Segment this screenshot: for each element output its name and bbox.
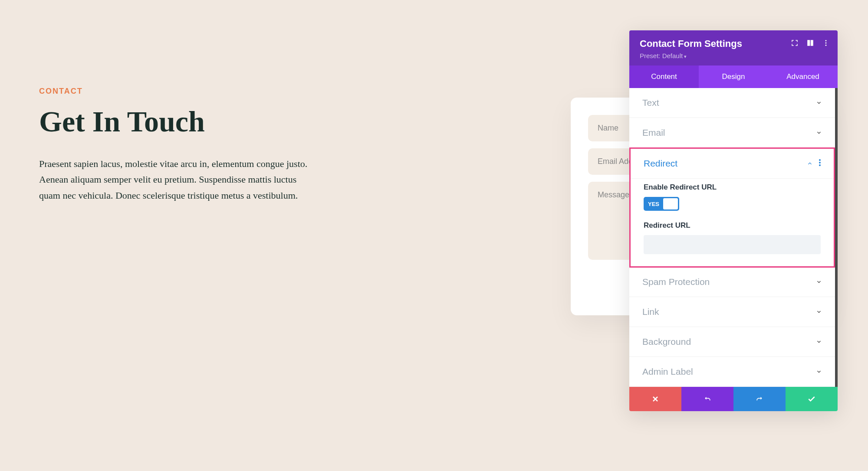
svg-point-5: [819, 159, 821, 161]
tab-advanced[interactable]: Advanced: [768, 65, 838, 88]
enable-redirect-toggle[interactable]: YES: [644, 197, 679, 211]
chevron-down-icon: [816, 309, 822, 315]
section-label-spam: Spam Protection: [642, 277, 710, 287]
svg-rect-1: [811, 40, 813, 46]
section-admin[interactable]: Admin Label: [629, 357, 835, 387]
section-link[interactable]: Link: [629, 297, 835, 327]
chevron-down-icon: [816, 130, 822, 136]
cancel-button[interactable]: [629, 387, 681, 411]
page-heading: Get In Touch: [39, 105, 549, 139]
undo-button[interactable]: [681, 387, 733, 411]
section-text[interactable]: Text: [629, 88, 835, 118]
svg-point-2: [825, 40, 827, 41]
section-label-redirect: Redirect: [644, 158, 677, 169]
svg-point-7: [819, 164, 821, 166]
section-label-email: Email: [642, 128, 665, 138]
section-label-text: Text: [642, 98, 659, 108]
chevron-down-icon: [816, 279, 822, 285]
tab-content[interactable]: Content: [629, 65, 699, 88]
section-label-background: Background: [642, 337, 691, 347]
svg-point-3: [825, 43, 827, 44]
panel-tabs: Content Design Advanced: [629, 65, 838, 88]
section-spam[interactable]: Spam Protection: [629, 267, 835, 297]
redo-button[interactable]: [733, 387, 786, 411]
expand-icon[interactable]: [791, 39, 799, 47]
chevron-down-icon: [816, 369, 822, 375]
panel-footer: [629, 387, 838, 411]
columns-icon[interactable]: [806, 39, 814, 47]
more-icon[interactable]: [822, 39, 830, 47]
section-email[interactable]: Email: [629, 118, 835, 148]
panel-header: Contact Form Settings Preset: Default: [629, 30, 838, 65]
svg-point-6: [819, 162, 821, 164]
tab-design[interactable]: Design: [699, 65, 768, 88]
section-more-icon[interactable]: [819, 159, 821, 168]
section-label-admin: Admin Label: [642, 366, 693, 377]
settings-panel: Contact Form Settings Preset: Default Co…: [629, 30, 838, 411]
chevron-up-icon: [807, 160, 813, 167]
toggle-value: YES: [648, 201, 659, 207]
chevron-down-icon: [816, 100, 822, 106]
section-redirect-highlighted: Redirect Enable Redirect URL YES Redirec…: [629, 147, 835, 268]
section-redirect[interactable]: Redirect: [631, 149, 834, 179]
page-body-text: Praesent sapien lacus, molestie vitae ar…: [39, 156, 317, 203]
toggle-knob: [663, 198, 678, 209]
section-label-link: Link: [642, 307, 659, 317]
redirect-url-label: Redirect URL: [644, 221, 821, 230]
save-button[interactable]: [786, 387, 838, 411]
redirect-url-input[interactable]: [644, 235, 821, 254]
contact-subtitle: CONTACT: [39, 87, 549, 96]
svg-point-4: [825, 45, 827, 46]
svg-rect-0: [807, 40, 810, 46]
section-background[interactable]: Background: [629, 327, 835, 357]
chevron-down-icon: [816, 339, 822, 345]
preset-dropdown[interactable]: Preset: Default: [640, 52, 827, 59]
enable-redirect-label: Enable Redirect URL: [644, 183, 821, 192]
